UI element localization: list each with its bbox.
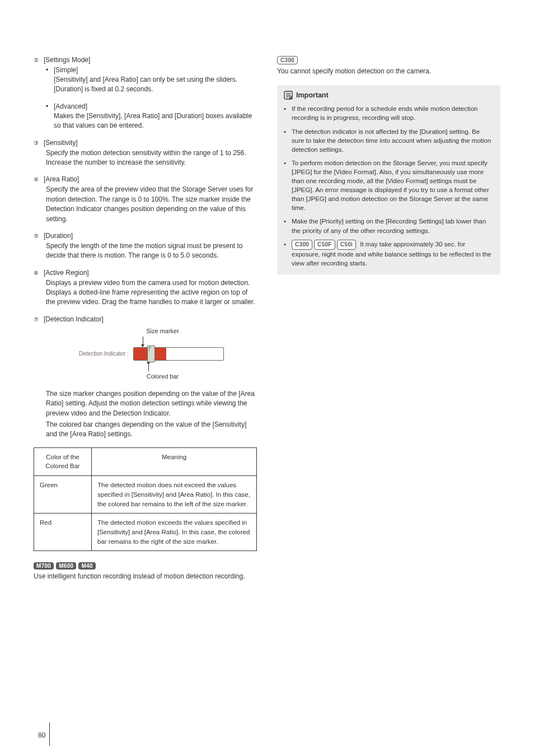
sub-item-simple: •[Simple] — [46, 66, 257, 74]
diagram-label-bottom: Colored bar — [68, 373, 257, 380]
model-badge: C300 — [292, 240, 312, 250]
table-cell: The detected motion does not exceed the … — [92, 476, 257, 514]
model-badges: M700 M600 M40 — [34, 562, 257, 570]
important-heading: Important — [284, 91, 494, 100]
item-number: ② — [34, 57, 44, 63]
list-item-text: The detection indicator is not affected … — [292, 127, 494, 154]
list-item: •The detection indicator is not affected… — [284, 127, 494, 154]
page-rule — [49, 722, 50, 746]
body-text: The colored bar changes depending on the… — [46, 420, 257, 440]
body-text: Specify the motion detection sensitivity… — [46, 148, 257, 168]
model-badge: M600 — [56, 562, 76, 570]
table-cell: Red — [34, 514, 92, 551]
item-heading-area-ratio: ④ [Area Ratio] — [34, 175, 257, 183]
item-title: [Settings Mode] — [44, 56, 90, 64]
bullet-icon: • — [284, 127, 287, 154]
note-icon — [284, 91, 293, 100]
item-heading-detection-indicator: ⑦ [Detection Indicator] — [34, 315, 257, 323]
item-number: ⑦ — [34, 316, 44, 323]
list-item-text: To perform motion detection on the Stora… — [292, 158, 494, 213]
table-row: Red The detected motion exceeds the valu… — [34, 514, 257, 551]
item-title: [Sensitivity] — [44, 139, 78, 147]
table-cell: Green — [34, 476, 92, 514]
important-list: •If the recording period for a schedule … — [284, 104, 494, 267]
list-item: •If the recording period for a schedule … — [284, 104, 494, 122]
item-heading-sensitivity: ③ [Sensitivity] — [34, 139, 257, 147]
diagram-indicator-label: Detection Indicator : — [79, 351, 129, 357]
item-title: [Duration] — [44, 232, 73, 240]
detection-indicator-diagram: Size marker Detection Indicator : Colore… — [46, 328, 257, 380]
size-marker-icon — [147, 346, 155, 362]
item-title: [Area Ratio] — [44, 175, 79, 183]
bullet-icon: • — [46, 66, 49, 74]
colored-bar-table: Color of the Colored Bar Meaning Green T… — [34, 447, 257, 551]
important-note-box: Important •If the recording period for a… — [277, 85, 500, 274]
table-header: Color of the Colored Bar — [34, 447, 92, 475]
item-heading-settings-mode: ② [Settings Mode] — [34, 56, 257, 64]
indicator-bar — [133, 347, 224, 361]
sub-item-advanced: •[Advanced] — [46, 102, 257, 110]
bullet-icon: • — [284, 158, 287, 213]
model-badge: M40 — [78, 562, 95, 570]
sub-item-title: [Advanced] — [54, 102, 87, 110]
table-row: Green The detected motion does not excee… — [34, 476, 257, 514]
item-title: [Detection Indicator] — [44, 315, 104, 323]
list-item-text: Make the [Priority] setting on the [Reco… — [292, 217, 494, 235]
body-text: Use intelligent function recording inste… — [34, 572, 257, 581]
item-title: [Active Region] — [44, 269, 89, 277]
model-badge: C50F — [314, 240, 335, 250]
bullet-icon: • — [284, 104, 287, 122]
important-title: Important — [296, 91, 329, 99]
list-item: • C300 C50F C50i It may take approximate… — [284, 240, 494, 268]
model-badge: M700 — [34, 562, 54, 570]
body-text: Specify the length of the time the motio… — [46, 241, 257, 261]
body-text: You cannot specify motion detection on t… — [277, 67, 500, 76]
bullet-icon: • — [284, 217, 287, 235]
item-number: ⑥ — [34, 270, 44, 276]
body-text: [Sensitivity] and [Area Ratio] can only … — [54, 75, 257, 95]
bullet-icon: • — [46, 102, 49, 110]
model-badge: C50i — [337, 240, 356, 250]
list-item: •Make the [Priority] setting on the [Rec… — [284, 217, 494, 235]
body-text: Makes the [Sensitivity], [Area Ratio] an… — [54, 111, 257, 131]
table-header: Meaning — [92, 447, 257, 475]
bullet-icon: • — [284, 240, 287, 268]
body-text: Specify the area of the preview video th… — [46, 185, 257, 224]
left-column: ② [Settings Mode] •[Simple] [Sensitivity… — [34, 56, 257, 582]
item-number: ⑤ — [34, 233, 44, 239]
list-item-text: If the recording period for a schedule e… — [292, 104, 494, 122]
list-item-text: C300 C50F C50i It may take approximately… — [292, 240, 494, 268]
body-text: The size marker changes position dependi… — [46, 389, 257, 418]
table-cell: The detected motion exceeds the values s… — [92, 514, 257, 551]
model-badge: C300 — [277, 56, 298, 64]
item-number: ③ — [34, 140, 44, 146]
item-number: ④ — [34, 176, 44, 183]
diagram-label-top: Size marker — [68, 328, 257, 334]
body-text: Displays a preview video from the camera… — [46, 278, 257, 307]
right-column: C300 You cannot specify motion detection… — [277, 56, 500, 582]
list-item: •To perform motion detection on the Stor… — [284, 158, 494, 213]
item-heading-active-region: ⑥ [Active Region] — [34, 269, 257, 277]
model-badges: C300 — [277, 56, 500, 64]
sub-item-title: [Simple] — [54, 66, 78, 74]
item-heading-duration: ⑤ [Duration] — [34, 232, 257, 240]
page-number: 80 — [38, 731, 45, 739]
